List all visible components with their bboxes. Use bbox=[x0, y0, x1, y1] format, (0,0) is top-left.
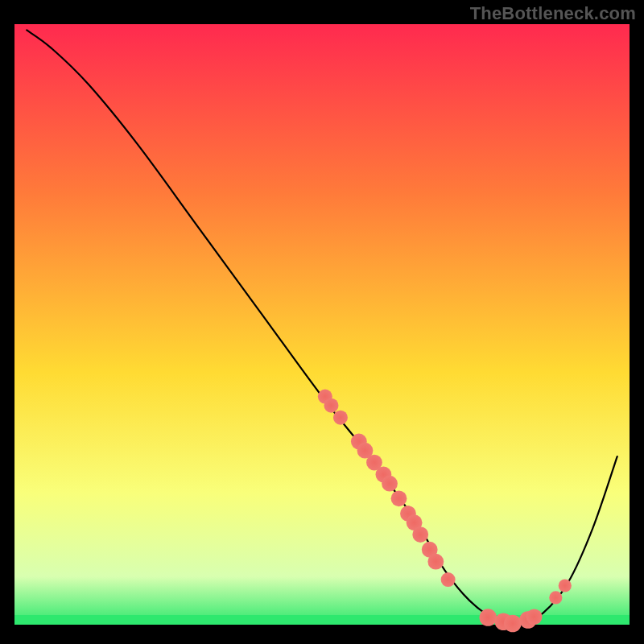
scatter-point bbox=[526, 609, 543, 625]
scatter-point bbox=[333, 411, 348, 425]
scatter-point bbox=[382, 476, 398, 492]
scatter-point bbox=[479, 609, 497, 626]
scatter-point bbox=[441, 572, 456, 587]
chart-svg bbox=[0, 0, 644, 644]
scatter-point bbox=[549, 591, 562, 604]
scatter-point bbox=[427, 554, 444, 570]
plot-gradient-background bbox=[14, 24, 630, 625]
scatter-point bbox=[504, 615, 522, 633]
chart-stage: TheBottleneck.com bbox=[0, 0, 644, 644]
scatter-point bbox=[559, 579, 572, 592]
scatter-point bbox=[412, 526, 428, 543]
scatter-point bbox=[324, 398, 338, 413]
watermark-text: TheBottleneck.com bbox=[470, 3, 636, 24]
scatter-point bbox=[391, 490, 407, 506]
